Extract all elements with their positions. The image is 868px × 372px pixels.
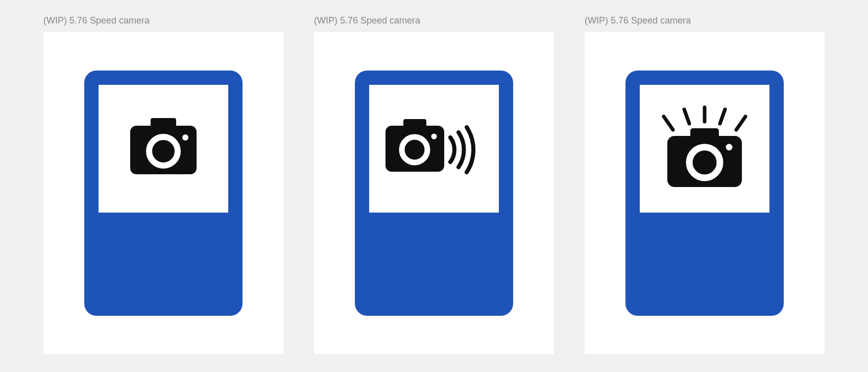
camera-flash-icon: [654, 105, 756, 192]
card-canvas: [43, 32, 283, 354]
svg-line-12: [736, 117, 745, 130]
sign-card: (WIP) 5.76 Speed camera: [43, 15, 283, 357]
svg-point-7: [431, 134, 437, 140]
svg-point-16: [726, 144, 733, 151]
road-sign: [625, 71, 784, 316]
road-sign: [84, 71, 243, 316]
svg-line-11: [720, 109, 725, 124]
svg-point-3: [182, 134, 188, 141]
svg-line-9: [684, 109, 689, 124]
card-canvas: [314, 32, 554, 354]
sign-inner-panel: [369, 85, 499, 213]
sign-card: (WIP) 5.76 Speed camera: [314, 15, 554, 357]
sign-inner-panel: [640, 85, 769, 213]
svg-line-8: [664, 117, 673, 130]
sign-inner-panel: [99, 85, 228, 213]
card-title: (WIP) 5.76 Speed camera: [43, 15, 283, 26]
camera-waves-icon: [378, 113, 490, 184]
road-sign: [355, 71, 513, 316]
card-title: (WIP) 5.76 Speed camera: [314, 15, 554, 26]
card-title: (WIP) 5.76 Speed camera: [585, 15, 825, 26]
card-canvas: [585, 32, 825, 354]
sign-card: (WIP) 5.76 Speed camera: [585, 15, 825, 357]
camera-icon: [120, 113, 207, 184]
